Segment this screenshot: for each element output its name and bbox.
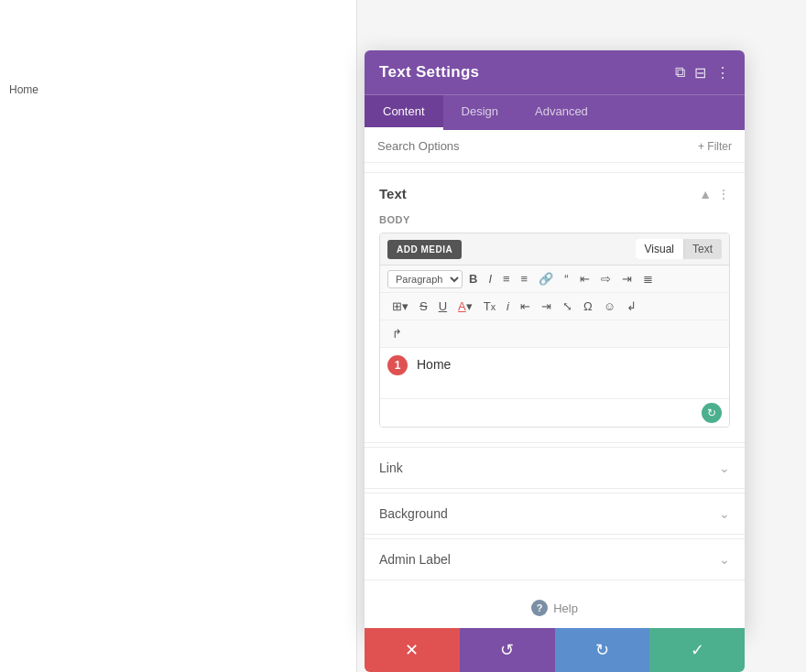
help-link[interactable]: ? Help [531,600,578,616]
menu-icon[interactable]: ⋮ [717,187,730,201]
quote-button[interactable]: “ [560,269,572,288]
text-section-body: Body ADD MEDIA Visual Text Paragraph B [365,214,745,442]
filter-button[interactable]: + Filter [698,140,732,153]
fullscreen-button[interactable]: ⤡ [558,297,577,316]
text-section-title: Text [379,186,407,201]
resize-icon[interactable]: ⧉ [675,64,685,81]
tab-design[interactable]: Design [443,95,517,130]
add-media-button[interactable]: ADD MEDIA [387,240,462,259]
help-label: Help [553,602,578,615]
ul-button[interactable]: ≡ [498,269,515,288]
redo-toolbar-button[interactable]: ↱ [387,324,407,343]
cancel-button[interactable]: ✕ [365,628,460,672]
align-center-button[interactable]: ⇨ [596,269,615,288]
align-left-button[interactable]: ⇤ [575,269,594,288]
admin-label-section-title: Admin Label [379,552,451,567]
search-input[interactable] [377,139,698,153]
table-button[interactable]: ⊞▾ [387,297,413,316]
admin-label-chevron-icon: ⌄ [719,552,730,567]
special-char-button[interactable]: Ω [579,297,597,316]
paragraph-select[interactable]: Paragraph [387,270,463,288]
left-panel: Home [0,0,357,672]
background-section[interactable]: Background ⌄ [365,493,745,535]
settings-panel: Text Settings ⧉ ⊟ ⋮ Content Design Advan… [365,50,745,634]
align-justify-button[interactable]: ≣ [638,269,658,288]
sub-italic-button[interactable]: i [502,297,514,316]
action-bar: ✕ ↺ ↻ ✓ [365,628,745,672]
link-section-title: Link [379,461,403,475]
text-section-header[interactable]: Text ▲ ⋮ [365,173,745,214]
ol-button[interactable]: ≡ [517,269,533,288]
strikethrough-button[interactable]: S [415,297,432,316]
bold-button[interactable]: B [464,269,482,288]
editor-footer: ↻ [380,398,729,427]
toolbar-row-2: ⊞▾ S U A▾ Tx i ⇤ ⇥ ⤡ Ω ☺ ↲ [380,293,729,320]
indent-more-button[interactable]: ⇥ [537,297,556,316]
link-button[interactable]: 🔗 [534,269,558,288]
emoji-button[interactable]: ☺ [599,297,620,316]
save-button[interactable]: ✓ [649,628,745,672]
panel-title: Text Settings [379,63,479,81]
sync-icon[interactable]: ↻ [702,403,722,423]
underline-button[interactable]: U [434,297,452,316]
indent-less-button[interactable]: ⇤ [516,297,535,316]
home-label: Home [9,83,38,96]
search-bar: + Filter [365,130,745,163]
clear-format-button[interactable]: Tx [479,297,500,316]
panel-tabs: Content Design Advanced [365,94,745,130]
undo-button[interactable]: ↺ [460,628,555,672]
link-chevron-icon: ⌄ [719,461,730,475]
link-section[interactable]: Link ⌄ [365,447,745,489]
more-icon[interactable]: ⋮ [715,64,730,81]
visual-button[interactable]: Visual [636,239,683,259]
redo-button[interactable]: ↻ [555,628,650,672]
collapse-icon[interactable]: ▲ [699,187,712,201]
step-badge: 1 [387,355,408,375]
help-icon: ? [531,600,548,616]
toolbar-row-1: Paragraph B I ≡ ≡ 🔗 “ ⇤ ⇨ ⇥ ≣ [380,266,729,293]
editor-top: ADD MEDIA Visual Text [380,233,729,266]
align-right-button[interactable]: ⇥ [617,269,637,288]
undo-toolbar-button[interactable]: ↲ [622,297,641,316]
editor-content[interactable]: 1 Home [380,348,729,398]
text-section-controls: ▲ ⋮ [699,187,730,201]
toolbar-row-3: ↱ [380,320,729,348]
tab-content[interactable]: Content [365,95,443,130]
tab-advanced[interactable]: Advanced [517,95,606,130]
italic-button[interactable]: I [484,269,496,288]
background-chevron-icon: ⌄ [719,506,730,521]
text-section: Text ▲ ⋮ Body ADD MEDIA Visual Text [365,172,745,443]
help-area: ? Help [365,580,745,634]
visual-text-toggle: Visual Text [636,239,722,259]
text-button[interactable]: Text [683,239,722,259]
background-section-title: Background [379,506,448,521]
panel-header: Text Settings ⧉ ⊟ ⋮ [365,50,745,94]
text-color-button[interactable]: A▾ [453,297,477,316]
admin-label-section[interactable]: Admin Label ⌄ [365,538,745,580]
body-label: Body [379,214,730,225]
panel-header-icons: ⧉ ⊟ ⋮ [675,64,730,81]
editor-wrapper: ADD MEDIA Visual Text Paragraph B I ≡ ≡ … [379,233,730,428]
columns-icon[interactable]: ⊟ [694,64,706,81]
